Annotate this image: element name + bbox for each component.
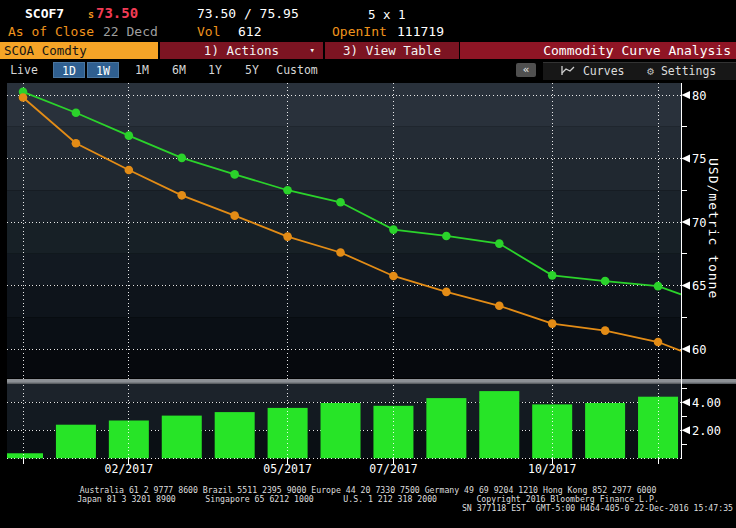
volume-bar	[585, 403, 625, 458]
settings-label: Settings	[661, 64, 716, 78]
curve-green-point	[177, 154, 186, 163]
period-tab-5y[interactable]: 5Y	[236, 62, 268, 78]
axis-tick-arrow-icon	[682, 345, 691, 353]
curve-orange-point	[177, 191, 186, 200]
curve-orange-point	[19, 93, 28, 102]
price-pane-band	[7, 127, 681, 159]
period-tab-1d[interactable]: 1D	[53, 62, 85, 78]
x-axis-label: 05/2017	[263, 462, 312, 476]
vol-value: 612	[238, 24, 261, 39]
right-toolbar: Curves ⚙ Settings	[543, 62, 736, 80]
period-tab-live[interactable]: Live	[2, 62, 46, 78]
volume-bar	[7, 453, 43, 458]
y-axis-title: USD/metric tonne	[706, 158, 721, 299]
curves-label: Curves	[583, 64, 625, 78]
chart-canvas[interactable]: 80757065604.002.0002/201705/201707/20171…	[0, 80, 736, 480]
volume-bar	[321, 403, 361, 458]
axis-tick-label: 70	[692, 216, 706, 230]
axis-tick-label: 4.00	[692, 396, 721, 410]
price-pane-band	[7, 349, 681, 378]
period-tab-custom[interactable]: Custom	[272, 62, 322, 78]
curve-green-point	[495, 239, 504, 248]
volume-bar	[479, 391, 519, 458]
bid-ask: 73.50 / 75.95	[197, 6, 299, 21]
curve-orange-point	[389, 272, 398, 281]
chevron-down-icon: ▾	[310, 42, 315, 59]
as-of-date: 22 Decd	[103, 24, 158, 39]
x-axis-label: 02/2017	[105, 462, 154, 476]
volume-bar	[426, 398, 466, 458]
curve-orange-point	[442, 288, 451, 297]
axis-tick-label: 60	[692, 343, 706, 357]
period-tab-1w[interactable]: 1W	[87, 62, 119, 78]
curve-green-point	[548, 271, 557, 280]
open-int-label: OpenInt	[332, 24, 387, 39]
view-table-label: 3) View Table	[343, 43, 441, 58]
open-int-value: 111719	[397, 24, 444, 39]
curve-orange-point	[283, 232, 292, 241]
vol-label: Vol	[197, 24, 220, 39]
axis-tick-label: 80	[692, 89, 706, 103]
axis-tick-arrow-icon	[682, 218, 691, 226]
x-axis-label: 07/2017	[369, 462, 418, 476]
as-of-label: As of Close	[8, 24, 94, 39]
gear-icon: ⚙	[647, 64, 654, 78]
curve-orange-point	[548, 319, 557, 328]
price-pane-band	[7, 83, 681, 127]
volume-bar	[56, 425, 96, 459]
curve-orange-point	[125, 166, 134, 175]
axis-tick-arrow-icon	[682, 398, 691, 406]
price-pane-band	[7, 222, 681, 254]
axis-tick-label: 2.00	[692, 424, 721, 438]
axis-tick-arrow-icon	[682, 91, 691, 99]
view-table-button[interactable]: 3) View Table	[325, 42, 459, 59]
curve-orange-point	[72, 139, 81, 148]
actions-label: 1) Actions	[204, 43, 279, 58]
last-price: 73.50	[96, 5, 138, 21]
curve-green-point	[283, 186, 292, 195]
price-pane-band	[7, 286, 681, 318]
pane-divider-shadow	[7, 383, 736, 384]
lot-size: 5 x 1	[368, 7, 406, 22]
curve-green-point	[654, 282, 663, 291]
curve-orange-point	[601, 326, 610, 335]
period-tab-1y[interactable]: 1Y	[199, 62, 231, 78]
security-field[interactable]: SCOA Comdty	[0, 42, 158, 59]
curve-green-point	[72, 108, 81, 117]
curve-green-point	[442, 232, 451, 241]
terminal-screen: SCOF7 s 73.50 73.50 / 75.95 5 x 1 As of …	[0, 0, 736, 528]
settings-button[interactable]: ⚙ Settings	[647, 63, 716, 80]
actions-button[interactable]: 1) Actions ▾	[160, 42, 323, 59]
curve-orange-point	[654, 338, 663, 347]
curve-orange-point	[230, 211, 239, 220]
period-tab-6m[interactable]: 6M	[163, 62, 195, 78]
volume-pane-band	[7, 384, 681, 402]
curve-green-point	[601, 277, 610, 286]
curve-orange-point	[336, 248, 345, 257]
curves-button[interactable]: Curves	[561, 63, 624, 80]
price-pane-band	[7, 190, 681, 222]
x-axis-label: 10/2017	[528, 462, 577, 476]
axis-tick-arrow-icon	[682, 155, 691, 163]
axis-tick-label: 65	[692, 279, 706, 293]
curve-green-point	[336, 198, 345, 207]
collapse-button[interactable]: «	[516, 63, 536, 77]
volume-bar	[638, 397, 678, 459]
volume-bar	[215, 412, 255, 458]
curves-icon	[561, 65, 576, 76]
page-title: Commodity Curve Analysis	[460, 42, 736, 59]
curve-green-point	[230, 170, 239, 179]
curve-green-point	[389, 225, 398, 234]
footer-line3: SN 377118 EST GMT-5:00 H464-405-0 22-Dec…	[462, 504, 733, 513]
volume-bar	[162, 416, 202, 459]
ticker: SCOF7	[25, 6, 64, 21]
period-tab-1m[interactable]: 1M	[126, 62, 158, 78]
axis-tick-arrow-icon	[682, 426, 691, 434]
price-pane-band	[7, 317, 681, 349]
curve-orange-point	[495, 302, 504, 311]
price-pane-band	[7, 159, 681, 191]
curve-green-point	[125, 131, 134, 140]
axis-tick-label: 75	[692, 152, 706, 166]
axis-tick-arrow-icon	[682, 282, 691, 290]
session-indicator: s	[88, 9, 94, 20]
